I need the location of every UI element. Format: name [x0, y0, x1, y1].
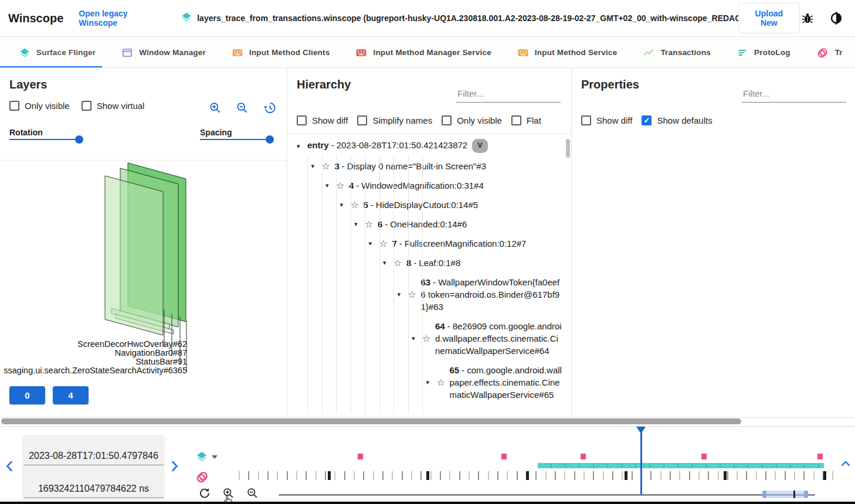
timeline-tick	[325, 471, 326, 480]
timeline-zoom-in-button[interactable]	[222, 487, 235, 499]
zoom-out-button[interactable]	[236, 101, 249, 114]
timeline-major-tick[interactable]	[724, 471, 727, 480]
chevron-down-icon[interactable]: ▾	[383, 259, 393, 267]
transition-event-marker[interactable]	[358, 454, 363, 459]
hierarchy-filter-input[interactable]	[456, 86, 561, 103]
only-visible-checkbox[interactable]: Only visible	[442, 115, 502, 125]
transition-event-marker[interactable]	[501, 454, 507, 459]
star-icon[interactable]: ☆	[365, 219, 378, 230]
report-bug-button[interactable]	[801, 12, 814, 25]
layers-icon[interactable]	[195, 450, 209, 465]
trace-select-caret[interactable]	[212, 455, 218, 459]
tree-node[interactable]: ▾☆ 65-com.google.android.wallpaper.effec…	[297, 360, 563, 404]
timeline-viz[interactable]	[238, 427, 846, 502]
spacing-slider[interactable]	[200, 139, 271, 140]
timeline-major-tick[interactable]	[526, 471, 529, 480]
tab-input-method-manager-service[interactable]: Input Method Manager Service	[342, 38, 504, 67]
star-icon[interactable]: ☆	[393, 257, 406, 268]
transition-event-marker[interactable]	[581, 454, 586, 459]
checkbox-box[interactable]	[442, 115, 452, 125]
rotation-slider[interactable]	[9, 139, 83, 140]
checkbox-box[interactable]	[357, 115, 367, 125]
checkbox-box[interactable]	[581, 115, 591, 125]
zoom-range-handle-right[interactable]	[804, 491, 808, 498]
tree-node-entry[interactable]: ▾ entry-2023-08-28T17:01:50.421423872V	[297, 135, 563, 156]
rotation-slider-thumb[interactable]	[75, 135, 83, 144]
star-icon[interactable]: ☆	[408, 289, 421, 300]
zoom-range-track[interactable]	[279, 494, 815, 496]
tab-window-manager[interactable]: Window Manager	[108, 38, 219, 67]
tab-input-method-service[interactable]: Input Method Service	[504, 38, 630, 67]
show-defaults-checkbox[interactable]: Show defaults	[642, 115, 712, 125]
spacing-slider-thumb[interactable]	[266, 135, 274, 144]
tree-node[interactable]: ▾☆ 5-HideDisplayCutout:0:14#5	[297, 195, 563, 214]
surface-flinger-trace-bar[interactable]	[538, 463, 824, 468]
human-time-field[interactable]: 2023-08-28T17:01:50.4797846	[23, 436, 164, 465]
zoom-in-button[interactable]	[209, 101, 222, 114]
next-entry-button[interactable]	[170, 459, 179, 475]
tree-node[interactable]: ▾☆ 8-Leaf:0:1#8	[297, 253, 563, 273]
reset-view-button[interactable]	[263, 101, 276, 114]
display-id-button-4[interactable]: 4	[53, 386, 89, 404]
star-icon[interactable]: ☆	[351, 199, 364, 210]
tab-input-method-clients[interactable]: Input Method Clients	[219, 38, 342, 67]
chevron-down-icon[interactable]: ▾	[297, 142, 307, 150]
display-id-button-0[interactable]: 0	[9, 386, 45, 404]
timeline-major-tick[interactable]	[823, 471, 826, 480]
properties-filter-input[interactable]	[742, 86, 846, 103]
tree-node[interactable]: ▾☆ 3-Display 0 name="Built-in Screen"#3	[297, 156, 563, 176]
chevron-down-icon[interactable]: ▾	[340, 201, 351, 209]
flat-checkbox[interactable]: Flat	[511, 115, 541, 125]
ns-time-field[interactable]: 1693242110479784622 ns	[23, 469, 164, 498]
timeline-major-tick[interactable]	[426, 471, 429, 480]
tree-node[interactable]: ▾☆ 4-WindowedMagnification:0:31#4	[297, 176, 563, 195]
transition-event-marker[interactable]	[701, 454, 707, 459]
show-virtual-checkbox[interactable]: Show virtual	[82, 101, 145, 111]
checkbox-box[interactable]	[9, 101, 19, 111]
tab-transactions[interactable]: Transactions	[630, 38, 724, 67]
zoom-range-selection[interactable]	[762, 491, 808, 498]
chevron-down-icon[interactable]: ▾	[426, 379, 437, 386]
checkbox-box[interactable]	[642, 115, 652, 125]
zoom-range-handle-left[interactable]	[762, 491, 766, 498]
chevron-down-icon[interactable]: ▾	[398, 291, 408, 298]
only-visible-checkbox[interactable]: Only visible	[9, 101, 70, 111]
tab-transitions[interactable]: Tr	[803, 38, 855, 67]
horizontal-scrollbar[interactable]	[1, 418, 741, 424]
open-legacy-link[interactable]: Open legacy Winscope	[79, 9, 163, 28]
tree-node[interactable]: ▾☆ 63-WallpaperWindowToken{fa0eef6 token…	[297, 273, 563, 316]
chevron-down-icon[interactable]: ▾	[412, 335, 422, 342]
transitions-icon[interactable]	[195, 470, 209, 486]
timeline-major-tick[interactable]	[625, 471, 627, 480]
timeline-major-tick[interactable]	[328, 471, 331, 480]
show-diff-checkbox[interactable]: Show diff	[581, 115, 632, 125]
window-icon	[121, 47, 133, 59]
simplify-names-checkbox[interactable]: Simplify names	[357, 115, 432, 125]
star-icon[interactable]: ☆	[422, 333, 435, 344]
star-icon[interactable]: ☆	[336, 180, 349, 191]
star-icon[interactable]: ☆	[437, 377, 450, 388]
tree-node[interactable]: ▾☆ 64-8e26909 com.google.android.wallpap…	[297, 316, 563, 360]
timeline-playhead[interactable]	[640, 427, 642, 495]
star-icon[interactable]: ☆	[322, 161, 335, 172]
tree-node[interactable]: ▾☆ 7-FullscreenMagnification:0:12#7	[297, 234, 563, 253]
hierarchy-scrollbar[interactable]	[566, 139, 570, 158]
upload-new-button[interactable]: Upload New	[738, 3, 800, 33]
star-icon[interactable]: ☆	[379, 238, 392, 249]
transition-event-marker[interactable]	[817, 454, 823, 459]
checkbox-box[interactable]	[82, 101, 91, 111]
tab-protolog[interactable]: ProtoLog	[724, 38, 803, 67]
chevron-down-icon[interactable]: ▾	[325, 182, 336, 189]
checkbox-box[interactable]	[511, 115, 521, 125]
chevron-down-icon[interactable]: ▾	[354, 220, 365, 228]
tab-surface-flinger[interactable]: Surface Flinger	[0, 38, 108, 67]
dark-mode-toggle[interactable]	[829, 11, 843, 25]
previous-entry-button[interactable]	[5, 459, 14, 475]
checkbox-box[interactable]	[297, 115, 307, 125]
chevron-down-icon[interactable]: ▾	[311, 162, 322, 170]
chevron-down-icon[interactable]: ▾	[369, 240, 379, 247]
tree-node[interactable]: ▾☆ 6-OneHanded:0:14#6	[297, 214, 563, 234]
show-diff-checkbox[interactable]: Show diff	[297, 115, 348, 125]
collapse-timeline-button[interactable]	[840, 458, 851, 469]
refresh-button[interactable]	[198, 487, 211, 499]
